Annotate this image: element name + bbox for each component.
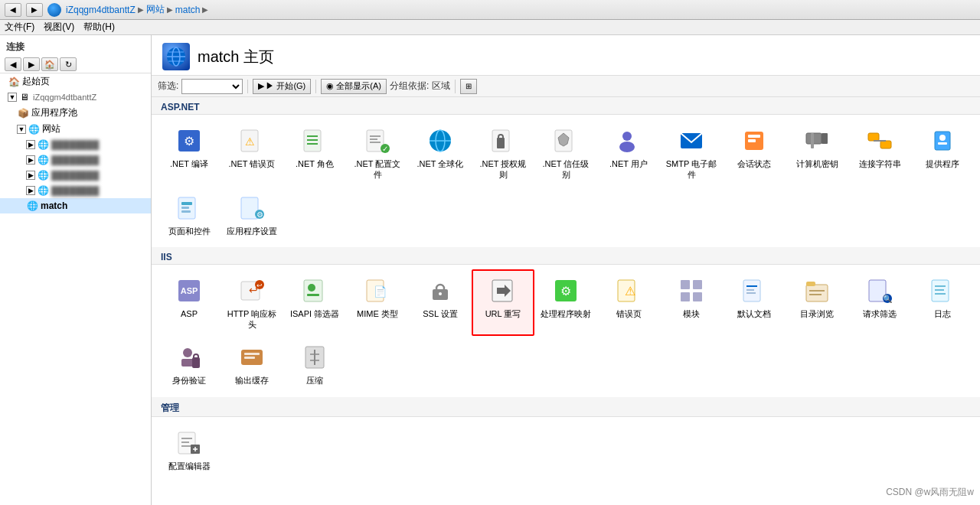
icon-provider[interactable]: 提供程序 — [911, 119, 974, 187]
icon-box-config-editor — [174, 428, 204, 458]
icon-box-pages-ctrl — [174, 193, 204, 223]
sidebar-item-site4[interactable]: ▶ 🌐 ████████ — [0, 183, 151, 198]
icon-net-auth[interactable]: .NET 授权规则 — [472, 119, 534, 187]
icon-default-doc[interactable]: 默认文档 — [723, 269, 786, 337]
icon-net-error[interactable]: ⚠.NET 错误页 — [220, 119, 283, 187]
icon-label-asp: ASP — [181, 308, 198, 319]
icon-label-url-rewrite: URL 重写 — [485, 308, 521, 319]
icon-isapi[interactable]: ISAPI 筛选器 — [283, 269, 346, 337]
forward-button[interactable]: ▶ — [26, 3, 43, 17]
icon-label-isapi: ISAPI 筛选器 — [290, 308, 339, 319]
icon-ssl[interactable]: SSL 设置 — [409, 269, 472, 337]
icon-mime[interactable]: 📄MIME 类型 — [346, 269, 409, 337]
sidebar-home-btn[interactable]: 🏠 — [41, 57, 58, 71]
icon-net-trust[interactable]: .NET 信任级别 — [534, 119, 597, 187]
icon-config-editor[interactable]: 配置编辑器 — [158, 422, 220, 477]
icon-label-pages-ctrl: 页面和控件 — [168, 226, 211, 236]
icon-auth[interactable]: 身份验证 — [158, 336, 220, 392]
svg-rect-41 — [938, 142, 947, 145]
svg-rect-88 — [181, 359, 194, 367]
sidebar-start-label: 起始页 — [22, 75, 50, 88]
icon-box-smtp — [676, 125, 707, 156]
site2-expand[interactable]: ▶ — [26, 155, 35, 165]
svg-rect-72 — [743, 280, 760, 301]
sidebar-site1-label: ████████ — [51, 140, 99, 149]
icon-app-settings[interactable]: ⚙应用程序设置 — [220, 187, 283, 243]
menu-bar: 文件(F) 视图(V) 帮助(H) — [0, 20, 980, 35]
icon-label-config-editor: 配置编辑器 — [168, 461, 211, 471]
icon-conn-str[interactable]: 连接字符串 — [848, 119, 911, 187]
svg-rect-43 — [181, 202, 192, 205]
icon-net-config[interactable]: ✓.NET 配置文件 — [346, 119, 409, 187]
server-expand[interactable]: ▼ — [8, 93, 17, 102]
icon-handler[interactable]: ⚙处理程序映射 — [534, 269, 597, 337]
icon-error-page[interactable]: ⚠错误页 — [597, 269, 660, 337]
address-host[interactable]: iZqqgm4dtbanttZ — [66, 5, 136, 15]
menu-help[interactable]: 帮助(H) — [83, 21, 115, 34]
icon-output-cache[interactable]: 输出缓存 — [220, 336, 283, 392]
svg-text:↩: ↩ — [256, 282, 263, 289]
sidebar-apppool-label: 应用程序池 — [31, 106, 77, 119]
icon-asp[interactable]: ASPASP — [158, 269, 220, 337]
icon-logging[interactable]: 日志 — [911, 269, 974, 337]
sidebar-header: 连接 — [0, 38, 151, 56]
menu-file[interactable]: 文件(F) — [5, 21, 34, 34]
match-icon: 🌐 — [26, 200, 38, 212]
icon-box-modules — [676, 275, 707, 306]
sidebar: 连接 ◀ ▶ 🏠 ↻ 🏠 起始页 ▼ 🖥 iZqqgm4dtbanttZ 📦 应… — [0, 35, 152, 505]
section-aspnet-label: ASP.NET — [152, 97, 980, 115]
icon-net-global[interactable]: .NET 全球化 — [409, 119, 472, 187]
sidebar-item-match[interactable]: 🌐 match — [0, 198, 151, 213]
sidebar-item-site3[interactable]: ▶ 🌐 ████████ — [0, 168, 151, 183]
icon-machine-key[interactable]: 计算机密钥 — [786, 119, 848, 187]
icon-net-user[interactable]: .NET 用户 — [597, 119, 660, 187]
show-all-button[interactable]: ◉ 全部显示(A) — [321, 79, 387, 94]
sidebar-forward-btn[interactable]: ▶ — [23, 57, 40, 71]
sidebar-item-start[interactable]: 🏠 起始页 — [0, 73, 151, 90]
address-app[interactable]: match — [175, 5, 201, 15]
site1-expand[interactable]: ▶ — [26, 140, 35, 149]
sites-expand[interactable]: ▼ — [17, 125, 26, 134]
icon-label-session: 会话状态 — [737, 158, 771, 169]
icon-net-compile[interactable]: ⚙.NET 编译 — [158, 119, 220, 187]
icon-box-net-trust — [550, 125, 581, 156]
site1-icon: 🌐 — [37, 138, 49, 151]
sidebar-item-site1[interactable]: ▶ 🌐 ████████ — [0, 137, 151, 152]
svg-point-28 — [619, 142, 635, 152]
site3-expand[interactable]: ▶ — [26, 171, 35, 180]
site4-expand[interactable]: ▶ — [26, 186, 35, 195]
sidebar-item-sites[interactable]: ▼ 🌐 网站 — [0, 121, 151, 137]
sidebar-item-server[interactable]: ▼ 🖥 iZqqgm4dtbanttZ — [0, 90, 151, 105]
icon-http-redirect[interactable]: ↩↩HTTP 响应标头 — [220, 269, 283, 337]
icon-compress[interactable]: 压缩 — [283, 336, 346, 392]
icon-label-net-user: .NET 用户 — [609, 158, 648, 169]
sidebar-item-site2[interactable]: ▶ 🌐 ████████ — [0, 152, 151, 168]
sidebar-item-apppool[interactable]: 📦 应用程序池 — [0, 105, 151, 121]
icon-label-net-role: .NET 角色 — [296, 158, 334, 169]
sep2: ▶ — [167, 5, 173, 14]
icon-smtp[interactable]: SMTP 电子邮件 — [660, 119, 723, 187]
icon-modules[interactable]: 模块 — [660, 269, 723, 337]
back-button[interactable]: ◀ — [5, 3, 21, 17]
icon-session[interactable]: 会话状态 — [723, 119, 786, 187]
icon-dir-browse[interactable]: 目录浏览 — [786, 269, 848, 337]
view-button[interactable]: ⊞ — [460, 79, 477, 94]
toolbar-sep3 — [455, 80, 456, 93]
menu-view[interactable]: 视图(V) — [44, 21, 74, 34]
filter-select[interactable] — [181, 79, 243, 94]
page-header: match 主页 — [152, 35, 980, 76]
sidebar-refresh-btn[interactable]: ↻ — [60, 57, 77, 71]
icon-pages-ctrl[interactable]: 页面和控件 — [158, 187, 220, 243]
group-label: 分组依据: 区域 — [390, 80, 450, 93]
toolbar-sep2 — [315, 80, 316, 93]
icon-req-filter[interactable]: 🔍请求筛选 — [848, 269, 911, 337]
icon-label-error-page: 错误页 — [616, 308, 642, 319]
svg-rect-76 — [806, 285, 828, 301]
address-site[interactable]: 网站 — [146, 3, 165, 16]
icon-url-rewrite[interactable]: URL 重写 — [472, 269, 534, 337]
icon-net-role[interactable]: .NET 角色 — [283, 119, 346, 187]
aspnet-icon-grid: ⚙.NET 编译⚠.NET 错误页.NET 角色✓.NET 配置文件.NET 全… — [152, 115, 980, 247]
start-button[interactable]: ▶ ▶ 开始(G) — [253, 79, 311, 94]
sidebar-back-btn[interactable]: ◀ — [5, 57, 21, 71]
icon-box-conn-str — [864, 125, 895, 156]
